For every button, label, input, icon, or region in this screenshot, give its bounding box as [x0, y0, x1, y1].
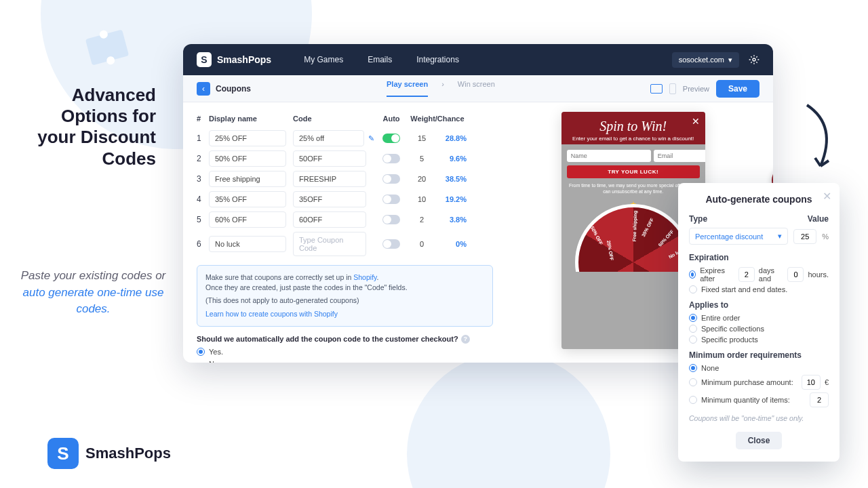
th-auto: Auto — [374, 115, 408, 123]
th-code: Code — [293, 115, 374, 123]
settings-icon[interactable] — [749, 54, 760, 65]
name-input[interactable]: 25% OFF — [209, 130, 286, 146]
breadcrumb: Coupons — [216, 84, 251, 94]
modal-note: Coupons will be "one-time" use only. — [689, 414, 829, 422]
modal-close-icon[interactable]: ✕ — [823, 190, 831, 203]
name-input[interactable]: Free shipping — [209, 171, 286, 187]
radio-min-qty[interactable] — [689, 396, 697, 404]
preview-link[interactable]: Preview — [683, 85, 709, 93]
prize-wheel: 50% OFF 25% OFF Free shipping 35% OFF 60… — [575, 204, 692, 272]
domain-selector[interactable]: sosocket.com▾ — [672, 52, 739, 68]
exp-days-input[interactable] — [738, 267, 755, 282]
table-row: 6 No luck Type Coupon Code 0 0% — [197, 230, 493, 258]
name-input[interactable]: 60% OFF — [209, 211, 286, 228]
auto-toggle[interactable] — [382, 215, 400, 224]
th-name: Display name — [209, 115, 293, 123]
table-row: 3 Free shipping FREESHIP 20 38.5% — [197, 169, 493, 189]
popup-close-icon[interactable]: ✕ — [692, 116, 700, 127]
tab-win-screen[interactable]: Win screen — [458, 80, 495, 97]
brand: S SmashPops — [197, 52, 271, 67]
code-input[interactable]: 35OFF — [293, 191, 366, 207]
auto-toggle[interactable] — [382, 174, 400, 184]
chevron-right-icon: › — [441, 80, 444, 97]
brand-logo: S SmashPops — [47, 438, 171, 469]
popup-name-input[interactable] — [567, 150, 651, 162]
radio-min-amount[interactable] — [689, 378, 697, 386]
edit-icon[interactable]: ✎ — [368, 134, 374, 143]
back-button[interactable]: ‹ — [197, 82, 210, 96]
nav-my-games[interactable]: My Games — [304, 55, 343, 64]
name-input[interactable]: No luck — [209, 236, 286, 252]
code-input[interactable]: FREESHIP — [293, 171, 366, 187]
code-input[interactable]: 60OFF — [293, 211, 366, 228]
table-row: 2 50% OFF 50OFF 5 9.6% — [197, 148, 493, 169]
name-input[interactable]: 50% OFF — [209, 150, 286, 167]
modal-close-button[interactable]: Close — [736, 432, 783, 449]
code-input[interactable]: 50OFF — [293, 150, 366, 167]
tab-play-screen[interactable]: Play screen — [387, 80, 428, 97]
radio-entire-order[interactable] — [689, 314, 697, 322]
radio-min-none[interactable] — [689, 364, 697, 372]
table-row: 4 35% OFF 35OFF 10 19.2% — [197, 189, 493, 209]
min-qty-input[interactable] — [810, 392, 829, 407]
help-icon[interactable]: ? — [461, 335, 470, 344]
auto-add-question: Should we automatically add the coupon c… — [197, 335, 493, 344]
th-number: # — [197, 115, 209, 123]
radio-yes[interactable] — [197, 348, 205, 356]
hero-title: Advanced Options for your Discount Codes — [34, 85, 156, 169]
auto-toggle[interactable] — [382, 134, 400, 143]
auto-toggle[interactable] — [382, 154, 400, 163]
logo-badge: S — [47, 438, 79, 469]
radio-expires-after[interactable] — [689, 270, 696, 279]
radio-collections[interactable] — [689, 325, 697, 333]
tip-box: Make sure that coupons are correctly set… — [197, 265, 493, 327]
name-input[interactable]: 35% OFF — [209, 191, 286, 207]
exp-hours-input[interactable] — [787, 267, 804, 282]
table-row: 5 60% OFF 60OFF 2 3.8% — [197, 209, 493, 230]
auto-toggle[interactable] — [382, 239, 400, 249]
desktop-icon[interactable] — [650, 84, 663, 94]
subbar: ‹ Coupons Play screen › Win screen Previ… — [183, 75, 773, 102]
nav-integrations[interactable]: Integrations — [416, 55, 459, 64]
learn-link[interactable]: Learn how to create coupons with Shopify — [205, 310, 338, 318]
auto-toggle[interactable] — [382, 195, 400, 204]
th-weight-chance: Weight/Chance — [408, 115, 467, 123]
nav-emails[interactable]: Emails — [368, 55, 392, 64]
topbar: S SmashPops My Games Emails Integrations… — [183, 44, 773, 75]
try-luck-button[interactable]: TRY YOUR LUCK! — [567, 165, 700, 178]
mobile-icon[interactable] — [669, 83, 676, 94]
min-amount-input[interactable] — [802, 375, 821, 390]
hero-subtitle: Paste your existing codes or auto genera… — [20, 268, 166, 318]
save-button[interactable]: Save — [716, 80, 760, 98]
code-input[interactable]: Type Coupon Code — [293, 232, 366, 256]
popup-email-input[interactable] — [654, 150, 705, 162]
radio-products[interactable] — [689, 336, 697, 344]
arrow-icon — [800, 98, 841, 180]
svg-point-0 — [753, 58, 755, 61]
type-select[interactable]: Percentage discount▾ — [689, 228, 788, 245]
table-row: 1 25% OFF 25% off✎ 15 28.8% — [197, 128, 493, 148]
value-input[interactable] — [793, 229, 816, 244]
auto-generate-modal: ✕ Auto-generate coupons TypeValue Percen… — [678, 183, 840, 462]
code-input[interactable]: 25% off — [293, 130, 364, 146]
modal-title: Auto-generate coupons — [689, 194, 829, 205]
radio-fixed-dates[interactable] — [689, 285, 697, 293]
shopify-link[interactable]: Shopify — [353, 273, 376, 281]
